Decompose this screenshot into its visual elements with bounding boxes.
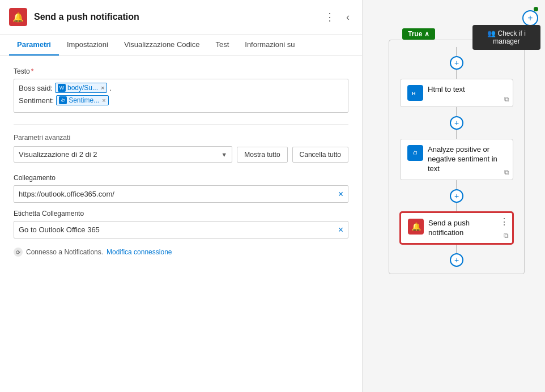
tabs-bar: Parametri Impostazioni Visualizzazione C… xyxy=(0,35,362,56)
tooltip-people-icon: 👥 xyxy=(487,29,496,37)
testo-field-box[interactable]: Boss said: W body/Su... × . Sentiment: ⏱… xyxy=(14,79,348,113)
html-to-text-icon: H xyxy=(407,85,423,101)
parametri-avanzati-section: Parametri avanzati Visualizzazione di 2 … xyxy=(14,134,348,163)
bell-icon: 🔔 xyxy=(9,8,27,26)
connector-2 xyxy=(456,70,457,79)
send-push-dots-icon[interactable]: ⋮ xyxy=(500,216,509,227)
top-right-controls: + xyxy=(534,5,540,13)
connessione-text: Connesso a Notifications. xyxy=(26,248,103,256)
tab-parametri[interactable]: Parametri xyxy=(9,35,59,56)
collapse-button[interactable]: ‹ xyxy=(343,10,353,24)
testo-row-2: Sentiment: ⏱ Sentime... × xyxy=(19,95,343,105)
html-to-text-card[interactable]: H Html to text ⧉ xyxy=(400,79,513,107)
testo-row-1: Boss said: W body/Su... × . xyxy=(19,83,343,93)
testo-field-group: Testo* Boss said: W body/Su... × . Senti… xyxy=(14,67,348,113)
collegamento-input-wrapper: × xyxy=(14,185,348,203)
analyze-sentiment-title: Analyze positive or negative sentiment i… xyxy=(428,145,506,174)
link-icon-3: ⧉ xyxy=(504,232,509,240)
collegamento-section: Collegamento × xyxy=(14,174,348,203)
tab-test[interactable]: Test xyxy=(207,35,237,56)
analyze-sentiment-card[interactable]: ⏱ Analyze positive or negative sentiment… xyxy=(400,139,513,180)
push-notify-icon: 🔔 xyxy=(408,219,424,235)
dot-separator: . xyxy=(109,84,112,92)
modifica-connessione-link[interactable]: Modifica connessione xyxy=(107,248,172,256)
select-row: Visualizzazione di 2 di 2 ▼ Mostra tutto… xyxy=(14,146,348,163)
true-label: True xyxy=(408,30,422,38)
more-options-button[interactable]: ⋮ xyxy=(321,10,338,24)
dropdown-value: Visualizzazione di 2 di 2 xyxy=(19,150,97,159)
left-panel: 🔔 Send a push notification ⋮ ‹ Parametri… xyxy=(0,0,363,392)
add-step-3[interactable]: + xyxy=(450,189,463,203)
connessione-icon: ⟳ xyxy=(14,248,23,257)
divider-1 xyxy=(14,124,348,125)
token-body-label: body/Su... xyxy=(67,84,98,92)
token-sentiment[interactable]: ⏱ Sentime... × xyxy=(56,95,108,105)
header-actions: ⋮ ‹ xyxy=(321,10,353,24)
link-icon-1: ⧉ xyxy=(504,95,509,103)
panel-title: Send a push notification xyxy=(34,12,314,22)
word-icon: W xyxy=(58,84,66,92)
token-sentiment-label: Sentime... xyxy=(69,96,99,104)
connessione-row: ⟳ Connesso a Notifications. Modifica con… xyxy=(14,248,348,257)
check-if-manager-tooltip: 👥 Check if imanager xyxy=(472,25,540,50)
right-panel: + 👥 Check if imanager True ∧ xyxy=(363,0,545,392)
sentiment-text: Sentiment: xyxy=(19,96,54,105)
token-body-remove[interactable]: × xyxy=(101,84,104,91)
panel-header: 🔔 Send a push notification ⋮ ‹ xyxy=(0,0,362,35)
tab-informazioni[interactable]: Informazioni su xyxy=(237,35,303,56)
collegamento-input[interactable] xyxy=(14,186,334,202)
etichetta-clear-button[interactable]: × xyxy=(334,223,348,237)
flow-canvas: + 👥 Check if imanager True ∧ xyxy=(363,0,545,392)
collegamento-label: Collegamento xyxy=(14,174,348,182)
etichetta-input-wrapper: × xyxy=(14,221,348,238)
chevron-up-icon: ∧ xyxy=(424,30,429,38)
tab-visualizzazione[interactable]: Visualizzazione Codice xyxy=(116,35,207,56)
connector-6 xyxy=(456,203,457,212)
sentiment-icon: ⏱ xyxy=(407,145,423,161)
flow-container: True ∧ + H xyxy=(374,28,539,386)
connector-4 xyxy=(456,130,457,139)
etichetta-input[interactable] xyxy=(14,221,334,238)
connector-3 xyxy=(456,107,457,116)
dropdown-arrow-icon: ▼ xyxy=(221,151,227,158)
send-push-title: Send a push notification xyxy=(428,219,505,238)
svg-text:H: H xyxy=(412,91,416,96)
send-push-card[interactable]: 🔔 Send a push notification ⋮ ⧉ xyxy=(400,212,513,245)
add-step-4[interactable]: + xyxy=(450,253,463,267)
flow-outer-box: + H Html to text ⧉ xyxy=(389,40,525,274)
add-step-2[interactable]: + xyxy=(450,116,463,130)
cancella-tutto-button[interactable]: Cancella tutto xyxy=(292,147,348,163)
etichetta-section: Etichetta Collegamento × xyxy=(14,210,348,238)
testo-label: Testo* xyxy=(14,67,348,75)
token-body[interactable]: W body/Su... × xyxy=(55,83,107,93)
boss-said-text: Boss said: xyxy=(19,84,53,92)
connector-5 xyxy=(456,180,457,189)
parametri-avanzati-label: Parametri avanzati xyxy=(14,134,348,142)
add-step-1[interactable]: + xyxy=(450,56,463,70)
token-sentiment-remove[interactable]: × xyxy=(102,97,105,104)
true-badge[interactable]: True ∧ xyxy=(402,28,435,40)
add-top-button[interactable]: + xyxy=(522,10,538,26)
mostra-tutto-button[interactable]: Mostra tutto xyxy=(237,147,287,163)
true-section: True ∧ xyxy=(385,28,435,40)
collegamento-clear-button[interactable]: × xyxy=(334,187,348,202)
html-to-text-title: Html to text xyxy=(428,85,465,95)
parametri-dropdown[interactable]: Visualizzazione di 2 di 2 ▼ xyxy=(14,146,232,163)
etichetta-label: Etichetta Collegamento xyxy=(14,210,348,218)
connector-1 xyxy=(456,47,457,56)
panel-content: Testo* Boss said: W body/Su... × . Senti… xyxy=(0,56,362,392)
sentiment-chip-icon: ⏱ xyxy=(59,96,67,104)
tooltip-text: Check if imanager xyxy=(493,29,526,45)
connector-7 xyxy=(456,244,457,253)
link-icon-2: ⧉ xyxy=(504,168,509,176)
tab-impostazioni[interactable]: Impostazioni xyxy=(59,35,116,56)
